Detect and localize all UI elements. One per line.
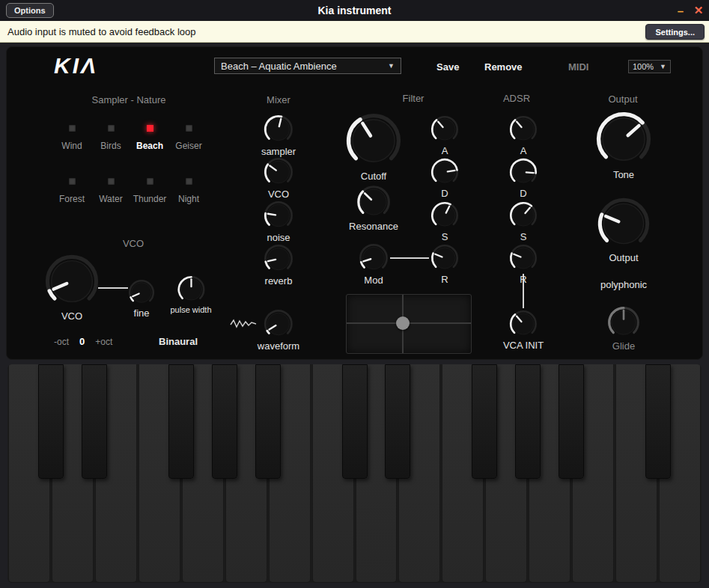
octave-control: -oct 0 +oct	[54, 336, 112, 347]
xy-pad[interactable]	[346, 294, 472, 354]
adsr-sustain-knob: S	[509, 201, 538, 242]
knob-dial[interactable]	[509, 115, 538, 144]
piano-key-black[interactable]	[168, 364, 194, 479]
knob-label: S	[520, 231, 527, 242]
filter-resonance-knob: Resonance	[349, 185, 398, 232]
piano-key-black[interactable]	[342, 364, 368, 479]
options-button[interactable]: Options	[6, 3, 54, 18]
adsr-decay-knob: D	[509, 158, 538, 199]
piano-key-black[interactable]	[82, 364, 107, 479]
knob-label: S	[442, 231, 448, 242]
filter-cutoff-knob: Cutoff	[345, 112, 402, 182]
sample-led	[186, 125, 192, 132]
preset-select[interactable]: Beach – Aquatic Ambience ▼	[214, 58, 401, 74]
knob-label: Output	[609, 252, 638, 263]
knob-label: Resonance	[349, 221, 398, 232]
chevron-down-icon: ▼	[388, 62, 395, 70]
octave-up-button[interactable]: +oct	[95, 337, 112, 347]
knob-label: A	[520, 145, 527, 156]
remove-button[interactable]: Remove	[484, 61, 523, 73]
keyboard	[7, 364, 702, 583]
sample-button-night[interactable]: Night	[169, 178, 208, 204]
knob-label: fine	[134, 307, 150, 319]
glide-knob: Glide	[607, 306, 640, 352]
knob-label: D	[441, 188, 448, 199]
knob-dial[interactable]	[607, 306, 640, 339]
binaural-toggle[interactable]: Binaural	[159, 336, 198, 347]
knob-dial[interactable]	[430, 115, 459, 144]
knob-dial[interactable]	[509, 158, 538, 186]
filter-attack-knob: A	[430, 115, 459, 156]
sample-led	[69, 125, 76, 132]
knob-dial[interactable]	[128, 279, 155, 306]
chevron-down-icon: ▼	[660, 63, 666, 70]
sample-button-forest[interactable]: Forest	[52, 178, 91, 204]
sample-button-beach[interactable]: Beach	[130, 125, 169, 151]
knob-dial[interactable]	[264, 244, 293, 274]
knob-dial[interactable]	[509, 201, 538, 230]
knob-dial[interactable]	[430, 244, 459, 272]
piano-key-black[interactable]	[385, 364, 410, 479]
octave-down-button[interactable]: -oct	[54, 337, 69, 347]
knob-dial[interactable]	[597, 197, 651, 251]
waveform-icon	[229, 317, 258, 331]
knob-dial[interactable]	[509, 244, 538, 272]
piano-key-black[interactable]	[255, 364, 281, 479]
sample-led	[108, 178, 115, 185]
sample-label: Birds	[100, 141, 121, 151]
filter-decay-knob: D	[430, 158, 459, 199]
mixer-noise-knob: noise	[264, 200, 293, 243]
sample-button-water[interactable]: Water	[91, 178, 130, 204]
knob-dial[interactable]	[44, 254, 100, 309]
notification-bar: Audio input is muted to avoid feedback l…	[0, 21, 709, 43]
knob-label: VCO	[268, 189, 289, 200]
knob-label: VCO	[61, 310, 82, 322]
piano-key-black[interactable]	[38, 364, 64, 479]
minimize-button[interactable]: –	[672, 0, 690, 21]
settings-button[interactable]: Settings...	[645, 24, 705, 40]
knob-dial[interactable]	[345, 112, 402, 169]
output-section-title: Output	[608, 94, 637, 105]
close-button[interactable]: ✕	[690, 0, 708, 21]
mixer-waveform-knob: waveform	[258, 309, 299, 352]
knob-dial[interactable]	[264, 200, 293, 230]
octave-value: 0	[79, 336, 85, 347]
midi-button[interactable]: MIDI	[568, 61, 588, 73]
piano-key-black[interactable]	[645, 364, 671, 479]
knob-dial[interactable]	[595, 111, 652, 168]
knob-dial[interactable]	[264, 114, 293, 144]
link-mod-release	[390, 257, 429, 259]
xy-pad-handle[interactable]	[396, 316, 410, 330]
pulse-width-knob: pulse width	[170, 275, 211, 314]
sample-button-geiser[interactable]: Geiser	[169, 125, 208, 151]
knob-dial[interactable]	[430, 158, 459, 186]
knob-dial[interactable]	[509, 310, 538, 338]
vco-main-knob: VCO	[44, 254, 100, 322]
piano-key-black[interactable]	[472, 364, 497, 479]
piano-key-black[interactable]	[212, 364, 237, 479]
sample-led	[147, 125, 153, 132]
sampler-grid: Wind Birds Beach Geiser Forest Water Thu…	[52, 125, 208, 204]
save-button[interactable]: Save	[436, 61, 459, 73]
knob-dial[interactable]	[264, 309, 293, 339]
piano-key-black[interactable]	[559, 364, 584, 479]
knob-dial[interactable]	[356, 185, 391, 219]
knob-dial[interactable]	[264, 157, 293, 187]
sample-button-wind[interactable]: Wind	[52, 125, 91, 151]
polyphonic-mode-label[interactable]: polyphonic	[600, 279, 647, 290]
knob-dial[interactable]	[177, 275, 205, 304]
kia-logo-text: KIΛ	[54, 53, 98, 78]
knob-label: Mod	[364, 275, 383, 286]
sample-label: Night	[178, 194, 199, 204]
mixer-section-title: Mixer	[267, 94, 290, 105]
sample-button-thunder[interactable]: Thunder	[130, 178, 169, 204]
knob-dial[interactable]	[359, 243, 389, 273]
sample-button-birds[interactable]: Birds	[91, 125, 130, 151]
piano-key-black[interactable]	[515, 364, 541, 479]
knob-label: Glide	[612, 340, 635, 352]
filter-sustain-knob: S	[430, 201, 459, 242]
knob-dial[interactable]	[430, 201, 459, 230]
preset-value: Beach – Aquatic Ambience	[221, 61, 337, 72]
vca-init-knob: VCA INIT	[503, 310, 544, 351]
zoom-select[interactable]: 100% ▼	[628, 60, 671, 73]
